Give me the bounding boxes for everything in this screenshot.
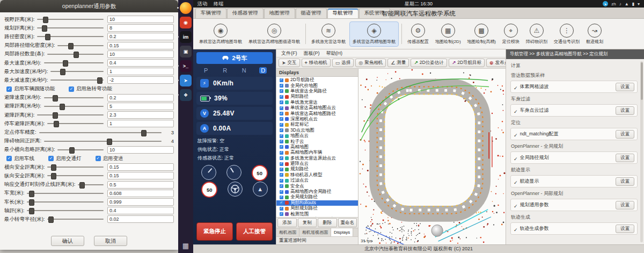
slider-handle[interactable] xyxy=(60,104,65,110)
param-input[interactable] xyxy=(107,16,174,23)
param-checkbox[interactable]: 启用变道 xyxy=(96,155,123,162)
slider-handle[interactable] xyxy=(107,139,112,145)
slider-handle[interactable] xyxy=(43,17,48,23)
param-input[interactable] xyxy=(107,181,174,189)
toolbar-item[interactable]: ⚠障碍物识别 xyxy=(523,22,550,46)
slider-handle[interactable] xyxy=(63,60,68,67)
slider-handle[interactable] xyxy=(45,34,50,40)
volume-icon[interactable]: ♪ xyxy=(619,2,621,6)
param-input[interactable] xyxy=(107,198,174,206)
param-input[interactable] xyxy=(107,33,174,40)
checkbox-icon[interactable] xyxy=(280,123,283,127)
checkbox-icon[interactable] xyxy=(280,78,283,82)
param-slider[interactable] xyxy=(47,120,104,127)
checkbox-icon[interactable] xyxy=(280,128,283,132)
toolbar-item[interactable]: ◉单线雷达高精地图导航 xyxy=(196,22,245,46)
settings-button[interactable]: 设置 xyxy=(616,130,634,139)
param-slider[interactable] xyxy=(44,103,104,110)
tab-车辆管理[interactable]: 车辆管理 xyxy=(195,8,226,18)
checkbox-icon[interactable] xyxy=(280,106,283,110)
param-slider[interactable] xyxy=(47,51,104,57)
checkbox-icon[interactable] xyxy=(280,168,283,171)
param-input[interactable] xyxy=(107,163,174,171)
panel-tab[interactable]: Displays xyxy=(331,228,353,236)
checkbox-icon[interactable] xyxy=(280,179,283,183)
app-menu[interactable]: 终端 xyxy=(214,1,223,8)
checkbox-icon[interactable] xyxy=(280,212,283,216)
param-input[interactable] xyxy=(107,103,174,110)
display-item[interactable]: 标定标记 xyxy=(276,122,358,127)
dock-item-app-blue[interactable]: ➤ xyxy=(180,75,192,86)
gear-N[interactable]: N xyxy=(240,67,248,74)
display-item[interactable]: 深度相机点云 xyxy=(276,117,358,122)
param-input[interactable] xyxy=(107,76,174,84)
toolbar-item[interactable]: ▩地图绘制(高精) xyxy=(465,22,499,46)
display-item[interactable]: 粒子云 xyxy=(276,139,358,144)
tab-导航管理[interactable]: 导航管理 xyxy=(327,8,358,18)
slider-handle[interactable] xyxy=(97,77,103,84)
displays-button[interactable]: 复制 xyxy=(298,218,317,227)
panel-tab[interactable]: 相机巡视画面 xyxy=(299,228,331,236)
toolbar-item[interactable]: ◈多线雷达高精地图导航 xyxy=(349,21,399,47)
param-checkbox[interactable]: 启用车线 xyxy=(6,155,34,162)
toolbar-item[interactable]: ⋮交通信号识别 xyxy=(551,22,582,46)
toolbar-item[interactable]: ⚙传感器配置 xyxy=(405,22,431,46)
display-item[interactable]: 单线雷达全局路径 xyxy=(276,89,358,94)
slider-handle[interactable] xyxy=(68,43,74,49)
settings-button[interactable]: 设置 xyxy=(616,177,634,186)
checkbox-icon[interactable] xyxy=(280,190,283,194)
slider-handle[interactable] xyxy=(53,112,58,119)
toolbar-item[interactable]: ▦地图绘制(2D) xyxy=(433,22,464,46)
slider-handle[interactable] xyxy=(69,147,75,154)
slider-handle[interactable] xyxy=(54,121,59,127)
param-slider[interactable] xyxy=(50,77,104,83)
gear-D[interactable]: D xyxy=(259,67,267,74)
param-slider[interactable] xyxy=(57,42,104,49)
displays-button[interactable]: 重命名 xyxy=(338,218,357,227)
slider-handle[interactable] xyxy=(141,130,147,136)
param-slider[interactable] xyxy=(78,182,104,188)
param-input[interactable] xyxy=(107,172,174,179)
param-input[interactable] xyxy=(107,50,174,58)
checkbox-icon[interactable] xyxy=(280,89,283,93)
toolbar-item[interactable]: ◎单线雷达高精地图循迹导航 xyxy=(246,22,303,46)
rviz-tool[interactable]: ↗2D导航目标 xyxy=(449,59,485,67)
display-item[interactable]: 局部规划路径 xyxy=(276,206,358,211)
show-applications-button[interactable]: ▦ xyxy=(180,240,191,251)
rviz-tool[interactable]: ▭选择 xyxy=(332,59,354,67)
param-input[interactable] xyxy=(107,146,174,154)
checkbox-icon[interactable] xyxy=(280,184,283,188)
display-item[interactable]: 移动机器人模型 xyxy=(276,172,358,178)
displays-button[interactable]: 删除 xyxy=(318,218,337,227)
param-input[interactable] xyxy=(107,59,174,67)
checkbox-icon[interactable] xyxy=(280,162,283,166)
rviz-tool[interactable]: ∠测量 xyxy=(387,59,409,67)
param-input[interactable] xyxy=(107,68,174,75)
param-slider[interactable] xyxy=(37,112,104,118)
param-input[interactable] xyxy=(107,215,174,223)
displays-button[interactable]: 添加 xyxy=(277,218,297,227)
display-item[interactable]: 地图点云 xyxy=(276,133,358,139)
checkbox-icon[interactable] xyxy=(280,117,283,121)
battery-icon[interactable]: ▮ xyxy=(632,2,634,6)
dock-item-screenshot-tool[interactable]: ▣ xyxy=(180,46,192,57)
tab-循迹管理[interactable]: 循迹管理 xyxy=(296,8,327,18)
toolbar-item[interactable]: ≋多线激光雷达导航 xyxy=(309,22,348,46)
param-slider[interactable] xyxy=(27,207,104,214)
rviz-tool[interactable]: +移动相机 xyxy=(302,59,331,67)
param-checkbox[interactable]: 启用车辆跟随功能 xyxy=(6,85,55,92)
checkbox-icon[interactable] xyxy=(280,173,283,177)
gear-R[interactable]: R xyxy=(221,67,229,74)
reset-time-button[interactable]: 重置巡游时间 xyxy=(276,236,358,244)
param-slider[interactable] xyxy=(47,216,104,222)
dock-item-app-red[interactable]: ◉ xyxy=(180,17,192,28)
param-input[interactable] xyxy=(107,42,174,49)
checkbox-icon[interactable] xyxy=(280,201,283,205)
slider-handle[interactable] xyxy=(42,25,47,32)
panel-tab[interactable]: 相机画面 xyxy=(276,228,299,236)
slider-handle[interactable] xyxy=(51,164,56,171)
param-input[interactable] xyxy=(107,207,174,214)
slider-handle[interactable] xyxy=(79,182,85,189)
settings-button[interactable]: 设置 xyxy=(616,225,634,233)
checkbox-icon[interactable] xyxy=(280,140,283,143)
